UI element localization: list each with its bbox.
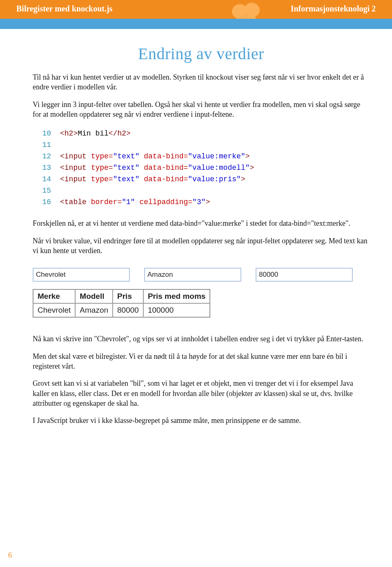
pris-input[interactable] xyxy=(256,268,353,282)
code-line: 10<h2>Min bil</h2> xyxy=(33,128,370,140)
code-example: 10<h2>Min bil</h2>1112<input type="text"… xyxy=(33,127,370,209)
paragraph-1: Til nå har vi kun hentet verdier ut av m… xyxy=(33,72,370,92)
table-row: Chevrolet Amazon 80000 100000 xyxy=(33,303,210,317)
header-right-title: Informasjonsteknologi 2 xyxy=(291,4,376,13)
th-pris: Pris xyxy=(113,289,143,303)
th-moms: Pris med moms xyxy=(143,289,210,303)
code-line: 14<input type="text" data-bind="value:pr… xyxy=(33,174,370,185)
paragraph-5: Nå kan vi skrive inn "Chevrolet", og vip… xyxy=(33,334,370,344)
code-line: 13<input type="text" data-bind="value:mo… xyxy=(33,162,370,174)
table-header-row: Merke Modell Pris Pris med moms xyxy=(33,289,210,303)
td-modell: Amazon xyxy=(75,303,113,317)
paragraph-2: Vi legger inn 3 input-felter over tabell… xyxy=(33,100,370,120)
td-merke: Chevrolet xyxy=(33,303,75,317)
td-moms: 100000 xyxy=(143,303,210,317)
code-line: 12<input type="text" data-bind="value:me… xyxy=(33,151,370,162)
example-inputs-row xyxy=(33,268,370,282)
th-merke: Merke xyxy=(33,289,75,303)
paragraph-4: Når vi bruker value, vil endringer føre … xyxy=(33,236,370,256)
paragraph-8: I JavaScript bruker vi i kke klasse-begr… xyxy=(33,416,370,425)
modell-input[interactable] xyxy=(144,268,241,282)
th-modell: Modell xyxy=(75,289,113,303)
page-content: Endring av verdier Til nå har vi kun hen… xyxy=(0,24,392,425)
code-line: 11 xyxy=(33,140,370,151)
paragraph-6: Men det skal være et bilregister. Vi er … xyxy=(33,351,370,371)
page-number: 6 xyxy=(8,551,12,560)
merke-input[interactable] xyxy=(33,268,130,282)
main-heading: Endring av verdier xyxy=(33,44,370,63)
example-table: Merke Modell Pris Pris med moms Chevrole… xyxy=(33,289,210,318)
code-line: 15 xyxy=(33,185,370,197)
paragraph-7: Grovt sett kan vi si at variabelen "bil"… xyxy=(33,378,370,408)
td-pris: 80000 xyxy=(113,303,143,317)
example-table-wrap: Merke Modell Pris Pris med moms Chevrole… xyxy=(33,289,370,318)
code-line: 16<table border="1" cellpadding="3"> xyxy=(33,197,370,208)
paragraph-3: Forskjellen nå, er at vi henter ut verdi… xyxy=(33,218,370,228)
